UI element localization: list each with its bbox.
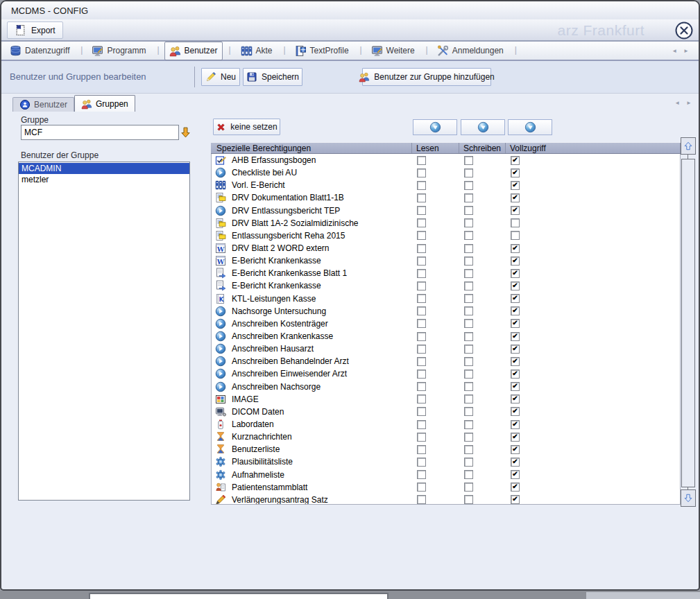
schreiben-checkbox[interactable] <box>464 407 473 416</box>
scroll-up-button[interactable] <box>681 137 696 155</box>
permission-row[interactable]: E-Bericht Krankenkasse <box>212 279 680 292</box>
scroll-down-button[interactable] <box>681 489 696 507</box>
main-tab[interactable]: Datenzugriff <box>6 42 74 60</box>
vollzugriff-checkbox[interactable] <box>511 218 520 227</box>
schreiben-checkbox[interactable] <box>464 433 473 442</box>
permission-row[interactable]: DRV Blatt 1A-2 Sozialmidizinische <box>212 217 680 229</box>
group-users-list[interactable]: MCADMIN metzler <box>18 162 190 501</box>
permission-row[interactable]: Vorl. E-Bericht <box>212 179 680 191</box>
permission-row[interactable]: Nachsorge Untersuchung <box>212 305 680 318</box>
vollzugriff-checkbox[interactable] <box>511 433 520 442</box>
column-header-vollzugriff[interactable]: Vollzugriff <box>506 143 681 153</box>
schreiben-checkbox[interactable] <box>464 458 473 467</box>
lesen-checkbox[interactable] <box>417 470 426 479</box>
vollzugriff-checkbox[interactable] <box>511 269 520 278</box>
vollzugriff-checkbox[interactable] <box>511 407 520 416</box>
permission-row[interactable]: Patientenstammblatt <box>212 481 680 494</box>
schreiben-checkbox[interactable] <box>464 244 473 253</box>
set-column-schreiben-button[interactable] <box>461 119 505 135</box>
lesen-checkbox[interactable] <box>417 433 426 442</box>
schreiben-checkbox[interactable] <box>464 168 473 177</box>
vollzugriff-checkbox[interactable] <box>511 168 520 177</box>
schreiben-checkbox[interactable] <box>464 193 473 202</box>
main-tab[interactable]: Anmeldungen <box>433 42 508 60</box>
neu-button[interactable]: Neu <box>201 68 240 86</box>
vollzugriff-checkbox[interactable] <box>511 332 520 341</box>
lesen-checkbox[interactable] <box>417 382 426 391</box>
permission-row[interactable]: Plausibilitätsliste <box>212 455 680 468</box>
permission-row[interactable]: Anschreiben Kostenträger <box>212 318 680 330</box>
vollzugriff-checkbox[interactable] <box>511 370 520 379</box>
tab-scroll-left-icon[interactable]: ◄ <box>672 48 677 54</box>
lesen-checkbox[interactable] <box>417 294 426 303</box>
permission-row[interactable]: Benutzerliste <box>212 443 680 455</box>
schreiben-checkbox[interactable] <box>464 357 473 366</box>
permission-row[interactable]: Verlängerungsantrag Satz <box>212 494 680 505</box>
schreiben-checkbox[interactable] <box>464 281 473 290</box>
vollzugriff-checkbox[interactable] <box>511 244 520 253</box>
schreiben-checkbox[interactable] <box>464 495 473 504</box>
schreiben-checkbox[interactable] <box>464 382 473 391</box>
set-column-vollzugriff-button[interactable] <box>508 119 552 135</box>
permission-row[interactable]: Labordaten <box>212 418 680 431</box>
schreiben-checkbox[interactable] <box>464 319 473 328</box>
schreiben-checkbox[interactable] <box>464 218 473 227</box>
vollzugriff-checkbox[interactable] <box>511 495 520 504</box>
vollzugriff-checkbox[interactable] <box>511 156 520 165</box>
schreiben-checkbox[interactable] <box>464 394 473 403</box>
lesen-checkbox[interactable] <box>417 483 426 492</box>
permission-row[interactable]: W E-Bericht Krankenkasse <box>212 254 680 267</box>
permission-row[interactable]: Anschreiben Einweisender Arzt <box>212 367 680 380</box>
vollzugriff-checkbox[interactable] <box>511 470 520 479</box>
permission-row[interactable]: K KTL-Leistungen Kasse <box>212 293 680 305</box>
lesen-checkbox[interactable] <box>417 495 426 504</box>
lesen-checkbox[interactable] <box>417 319 426 328</box>
permission-row[interactable]: DICOM Daten <box>212 406 680 418</box>
lesen-checkbox[interactable] <box>417 370 426 379</box>
vollzugriff-checkbox[interactable] <box>511 394 520 403</box>
lesen-checkbox[interactable] <box>417 244 426 253</box>
schreiben-checkbox[interactable] <box>464 470 473 479</box>
schreiben-checkbox[interactable] <box>464 306 473 315</box>
vollzugriff-checkbox[interactable] <box>511 420 520 429</box>
vollzugriff-checkbox[interactable] <box>511 445 520 454</box>
group-combo-input[interactable] <box>22 125 178 139</box>
add-user-to-group-button[interactable]: Benutzer zur Gruppe hinzufügen <box>362 68 491 86</box>
main-tab[interactable]: Programm <box>87 42 150 60</box>
permission-row[interactable]: Anschreiben Hausarzt <box>212 342 680 355</box>
permission-row[interactable]: E-Bericht Krankenkasse Blatt 1 <box>212 267 680 279</box>
lesen-checkbox[interactable] <box>417 458 426 467</box>
lesen-checkbox[interactable] <box>417 332 426 341</box>
vollzugriff-checkbox[interactable] <box>511 357 520 366</box>
permission-row[interactable]: Anschreiben Behandelnder Arzt <box>212 355 680 367</box>
column-header-berechtigungen[interactable]: Spezielle Berechtigungen <box>211 143 412 153</box>
lesen-checkbox[interactable] <box>417 345 426 354</box>
tab-scroll-right-icon[interactable]: ► <box>683 48 689 54</box>
lesen-checkbox[interactable] <box>417 218 426 227</box>
schreiben-checkbox[interactable] <box>464 156 473 165</box>
main-tab[interactable]: Weitere <box>367 42 419 60</box>
lesen-checkbox[interactable] <box>417 357 426 366</box>
sub-tab[interactable]: Benutzer <box>12 97 74 112</box>
lesen-checkbox[interactable] <box>417 445 426 454</box>
schreiben-checkbox[interactable] <box>464 420 473 429</box>
lesen-checkbox[interactable] <box>417 306 426 315</box>
schreiben-checkbox[interactable] <box>464 345 473 354</box>
vollzugriff-checkbox[interactable] <box>511 181 520 190</box>
permission-row[interactable]: Checkliste bei AU <box>212 166 680 179</box>
permission-row[interactable]: Kurznachrichten <box>212 431 680 443</box>
set-column-lesen-button[interactable] <box>413 119 457 135</box>
combo-dropdown-icon[interactable] <box>180 126 191 139</box>
schreiben-checkbox[interactable] <box>464 231 473 240</box>
permission-row[interactable]: Aufnahmeliste <box>212 469 680 481</box>
vollzugriff-checkbox[interactable] <box>511 382 520 391</box>
lesen-checkbox[interactable] <box>417 168 426 177</box>
schreiben-checkbox[interactable] <box>464 483 473 492</box>
scrollbar-thumb[interactable] <box>681 159 695 487</box>
lesen-checkbox[interactable] <box>417 407 426 416</box>
subtab-scroll-right-icon[interactable]: ► <box>686 100 692 106</box>
permission-row[interactable]: IMAGE <box>212 393 680 406</box>
sub-tab[interactable]: Gruppen <box>74 95 135 112</box>
speichern-button[interactable]: Speichern <box>243 68 302 86</box>
schreiben-checkbox[interactable] <box>464 370 473 379</box>
